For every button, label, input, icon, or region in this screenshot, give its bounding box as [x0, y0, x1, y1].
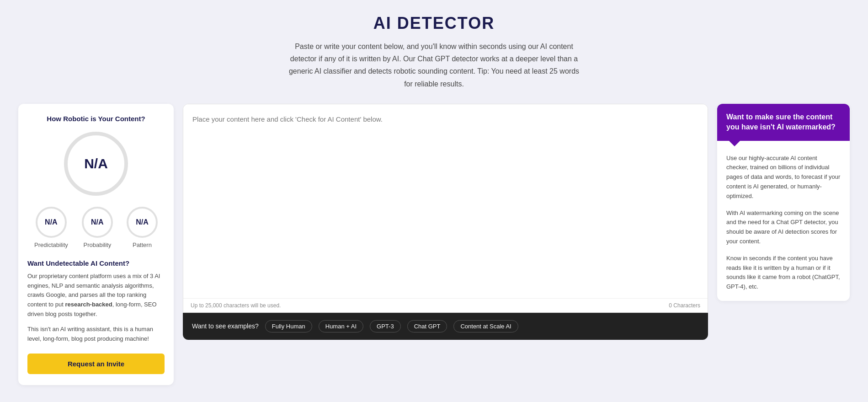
robotic-heading: How Robotic is Your Content? — [27, 115, 165, 123]
promo-heading: Want to make sure the content you have i… — [726, 112, 841, 133]
small-circle-probability: N/A Probability — [82, 207, 113, 248]
big-circle-container: N/A — [27, 132, 165, 196]
pattern-circle: N/A — [127, 207, 158, 238]
char-count-bar: Up to 25,000 characters will be used. 0 … — [183, 298, 708, 312]
predictability-circle: N/A — [36, 207, 67, 238]
pattern-value: N/A — [136, 218, 149, 226]
page-title: AI DETECTOR — [18, 14, 850, 33]
center-panel: Up to 25,000 characters will be used. 0 … — [183, 104, 708, 340]
undetectable-text1: Our proprietary content platform uses a … — [27, 272, 165, 319]
small-circle-pattern: N/A Pattern — [127, 207, 158, 248]
undetectable-section: Want Undetectable AI Content? Our propri… — [27, 259, 165, 344]
left-panel: How Robotic is Your Content? N/A N/A Pre… — [18, 104, 174, 386]
probability-label: Probability — [83, 241, 111, 248]
chip-chat-gpt[interactable]: Chat GPT — [407, 320, 447, 332]
predictability-label: Predictability — [34, 241, 68, 248]
undetectable-text2: This isn't an AI writing assistant, this… — [27, 325, 165, 344]
promo-paragraph-3: Know in seconds if the content you have … — [726, 254, 841, 292]
chip-fully-human[interactable]: Fully Human — [265, 320, 312, 332]
main-layout: How Robotic is Your Content? N/A N/A Pre… — [18, 104, 850, 386]
pattern-label: Pattern — [133, 241, 152, 248]
small-circles-row: N/A Predictability N/A Probability N/A P… — [27, 207, 165, 248]
promo-header: Want to make sure the content you have i… — [717, 104, 850, 141]
page-subtitle: Paste or write your content below, and y… — [286, 40, 583, 90]
undetectable-heading: Want Undetectable AI Content? — [27, 259, 165, 267]
promo-body: Use our highly-accurate AI content check… — [717, 141, 850, 301]
page-header: AI DETECTOR Paste or write your content … — [18, 9, 850, 104]
examples-label: Want to see examples? — [192, 322, 259, 330]
small-circle-predictability: N/A Predictability — [34, 207, 68, 248]
examples-bar: Want to see examples? Fully Human Human … — [183, 313, 708, 340]
big-circle-value: N/A — [84, 156, 108, 172]
chip-human-ai[interactable]: Human + AI — [319, 320, 363, 332]
char-count-label: Up to 25,000 characters will be used. — [191, 302, 281, 309]
content-textarea[interactable] — [183, 104, 708, 296]
promo-paragraph-2: With AI watermarking coming on the scene… — [726, 209, 841, 247]
big-circle: N/A — [64, 132, 128, 196]
promo-paragraph-1: Use our highly-accurate AI content check… — [726, 154, 841, 201]
textarea-wrapper: Up to 25,000 characters will be used. 0 … — [183, 104, 708, 313]
invite-button[interactable]: Request an Invite — [27, 354, 165, 374]
promo-box: Want to make sure the content you have i… — [717, 104, 850, 301]
probability-circle: N/A — [82, 207, 113, 238]
chip-gpt3[interactable]: GPT-3 — [370, 320, 401, 332]
predictability-value: N/A — [45, 218, 58, 226]
right-panel: Want to make sure the content you have i… — [717, 104, 850, 301]
probability-value: N/A — [91, 218, 104, 226]
char-count-value: 0 Characters — [669, 302, 700, 309]
chip-content-at-scale[interactable]: Content at Scale AI — [453, 320, 518, 332]
